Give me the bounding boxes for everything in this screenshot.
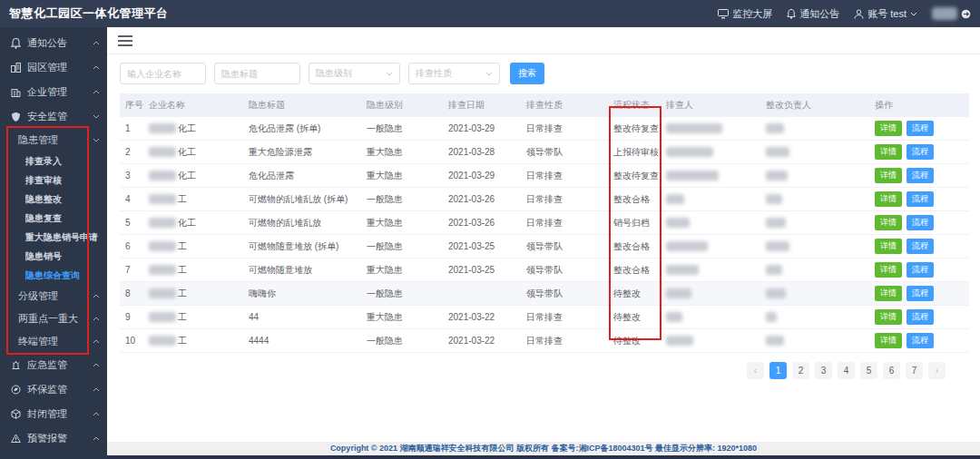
detail-button[interactable]: 详情: [875, 121, 902, 136]
sidebar-item-隐患复查[interactable]: 隐患复查: [0, 209, 107, 228]
cell-level: 一般隐患: [361, 235, 443, 259]
column-header: 排查性质: [521, 93, 608, 117]
inspect-nature-select[interactable]: 排查性质: [408, 63, 500, 84]
cell-status: 整改合格: [608, 188, 661, 211]
redacted-inspector: [666, 194, 684, 204]
cell-nature: 日常排查: [521, 211, 608, 235]
cell-level: 一般隐患: [361, 188, 443, 211]
redacted-company: [149, 171, 176, 181]
cell-status: 上报待审核: [608, 141, 661, 164]
detail-button[interactable]: 详情: [875, 191, 902, 207]
inspect-nature-placeholder: 排查性质: [416, 67, 452, 80]
sidebar-item-排查审核[interactable]: 排查审核: [0, 171, 107, 190]
sidebar-item-重大隐患销号申请[interactable]: 重大隐患销号申请: [0, 228, 107, 247]
sidebar-item-隐患销号[interactable]: 隐患销号: [0, 247, 107, 266]
sidebar-item-园区管理[interactable]: 园区管理: [0, 55, 107, 80]
sidebar-item-环保监管[interactable]: 环保监管: [0, 377, 107, 402]
next-page-button[interactable]: ›: [928, 362, 946, 379]
hazard-level-select[interactable]: 隐患级别: [309, 63, 400, 84]
hazard-title-input[interactable]: [214, 63, 300, 84]
notice-link[interactable]: 通知公告: [787, 7, 839, 21]
flow-button[interactable]: 流程: [906, 191, 934, 207]
cell-responsible: [760, 164, 869, 188]
account-menu[interactable]: 账号 test: [854, 7, 917, 21]
sidebar-item-排查录入[interactable]: 排查录入: [0, 151, 107, 171]
cell-level: 一般隐患: [361, 117, 443, 141]
search-button[interactable]: 搜索: [510, 63, 544, 84]
detail-button[interactable]: 详情: [875, 286, 902, 301]
redacted-inspector: [666, 265, 699, 275]
detail-button[interactable]: 详情: [875, 309, 902, 325]
toolbar: [107, 27, 980, 54]
cell-date: [443, 282, 521, 306]
cell-date: 2021-03-25: [443, 235, 521, 259]
flow-button[interactable]: 流程: [906, 286, 934, 301]
redacted-responsible: [766, 312, 777, 322]
sidebar-item-企业管理[interactable]: 企业管理: [0, 80, 107, 104]
cell-nature: 日常排查: [521, 306, 608, 329]
chevron-down-icon: [386, 72, 393, 76]
cell-responsible: [760, 306, 869, 329]
logout-icon[interactable]: [961, 9, 971, 19]
page-button-7[interactable]: 7: [906, 362, 923, 379]
flow-button[interactable]: 流程: [906, 144, 934, 160]
cell-company: 工: [143, 282, 243, 306]
cell-status: 待整改: [608, 282, 661, 306]
redacted-inspector: [666, 147, 713, 157]
sidebar-item-label: 隐患管理: [18, 133, 93, 147]
sidebar-item-隐患整改[interactable]: 隐患整改: [0, 190, 107, 209]
sidebar-item-终端管理[interactable]: 终端管理: [0, 330, 107, 353]
company-name-input[interactable]: [120, 63, 206, 84]
sidebar-item-隐患综合查询[interactable]: 隐患综合查询: [0, 266, 107, 285]
page-button-5[interactable]: 5: [860, 362, 877, 379]
app-window: 智慧化工园区一体化管理平台 监控大屏 通知公告 账号 test 通知公告园区管理…: [0, 0, 980, 459]
cell-responsible: [760, 117, 869, 141]
detail-button[interactable]: 详情: [875, 168, 902, 183]
flow-button[interactable]: 流程: [906, 309, 934, 325]
cell-no: 6: [120, 235, 143, 259]
page-button-6[interactable]: 6: [883, 362, 900, 379]
sidebar-item-隐患管理[interactable]: 隐患管理: [0, 129, 107, 151]
flow-button[interactable]: 流程: [906, 239, 934, 254]
monitor-screen-link[interactable]: 监控大屏: [718, 7, 772, 21]
flow-button[interactable]: 流程: [906, 333, 934, 348]
footer-bar: Copyright © 2021 湖南顺通瑞祥安全科技有限公司 版权所有 备案号…: [107, 442, 980, 455]
flow-button[interactable]: 流程: [906, 168, 934, 183]
sidebar-item-分级管理[interactable]: 分级管理: [0, 285, 107, 308]
cell-status: 整改待复查: [608, 164, 661, 188]
page-button-3[interactable]: 3: [815, 362, 832, 379]
cell-actions: 详情流程: [869, 117, 969, 141]
page-button-2[interactable]: 2: [792, 362, 809, 379]
sidebar-item-label: 应急监管: [27, 358, 86, 372]
flow-button[interactable]: 流程: [906, 121, 934, 136]
filter-bar: 隐患级别 排查性质 搜索: [120, 63, 969, 84]
detail-button[interactable]: 详情: [875, 144, 902, 160]
cell-company: 工: [143, 259, 243, 282]
redacted-company: [149, 336, 176, 346]
flow-button[interactable]: 流程: [906, 262, 934, 278]
cell-responsible: [760, 282, 869, 306]
redacted-inspector: [666, 241, 708, 251]
detail-button[interactable]: 详情: [875, 333, 902, 348]
collapse-menu-icon[interactable]: [118, 35, 132, 46]
detail-button[interactable]: 详情: [875, 215, 902, 230]
cell-inspector: [661, 235, 760, 259]
page-button-4[interactable]: 4: [838, 362, 855, 379]
cell-title: 重大危险源泄露: [243, 141, 361, 164]
sidebar-item-安全监管[interactable]: 安全监管: [0, 104, 107, 129]
sidebar-item-通知公告[interactable]: 通知公告: [0, 31, 107, 55]
sidebar-item-两重点一重大[interactable]: 两重点一重大: [0, 308, 107, 330]
table-row: 5化工可燃物的乱堆乱放重大隐患2021-03-26日常排查销号归档详情流程: [120, 211, 969, 235]
cell-date: 2021-03-26: [443, 188, 521, 211]
detail-button[interactable]: 详情: [875, 239, 902, 254]
page-button-1[interactable]: 1: [769, 362, 787, 379]
flow-button[interactable]: 流程: [906, 215, 934, 230]
bell-icon: [11, 38, 21, 49]
sidebar-item-应急监管[interactable]: 应急监管: [0, 353, 107, 377]
cell-company: 工: [143, 235, 243, 259]
detail-button[interactable]: 详情: [875, 262, 902, 278]
sidebar-item-封闭管理[interactable]: 封闭管理: [0, 402, 107, 426]
prev-page-button[interactable]: ‹: [747, 362, 764, 379]
sidebar-item-预警报警[interactable]: 预警报警: [0, 426, 107, 451]
cell-company: 化工: [143, 211, 243, 235]
